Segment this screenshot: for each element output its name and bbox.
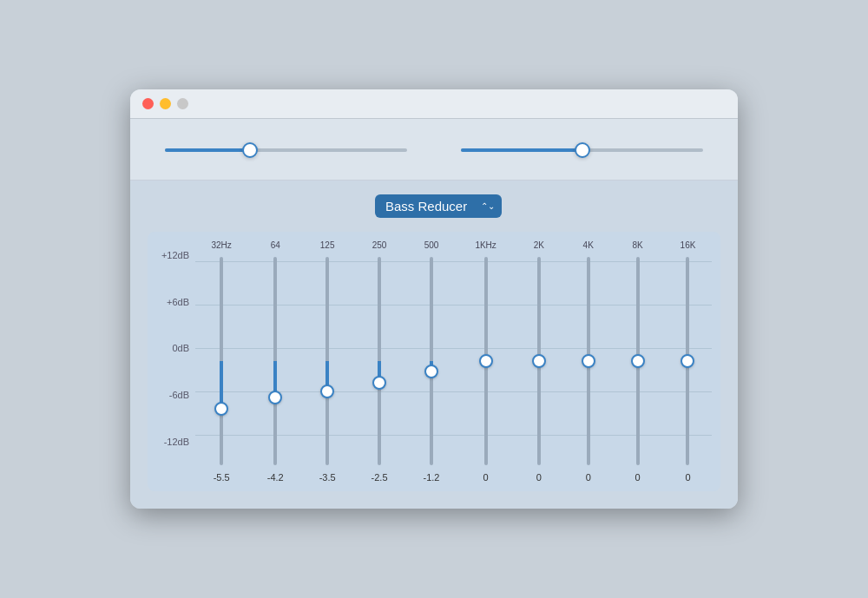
v-slider-0[interactable] [214, 257, 228, 465]
freq-label-4: 500 [424, 240, 439, 250]
freq-label-5: 1KHz [475, 240, 496, 250]
minimize-button[interactable] [160, 98, 171, 109]
v-slider-4[interactable] [424, 257, 438, 465]
freq-column-16K: 16K0 [681, 240, 696, 483]
eq-preset-wrapper: Bass Reducer Flat Bass Booster Treble Bo… [375, 194, 502, 218]
v-slider-9[interactable] [681, 257, 694, 465]
window-controls [142, 98, 188, 109]
freq-label-6: 2K [534, 240, 544, 250]
freq-label-7: 4K [583, 240, 594, 250]
eq-header: Bass Reducer Flat Bass Booster Treble Bo… [148, 194, 720, 218]
v-track-7 [587, 257, 590, 465]
freq-label-9: 16K [681, 240, 696, 250]
main-window: Bass Reducer Flat Bass Booster Treble Bo… [130, 89, 738, 509]
eq-grid: 32Hz-5.564-4.2125-3.5250-2.5500-1.21KHz0… [195, 240, 712, 483]
top-controls [130, 119, 738, 181]
balance-fill [461, 148, 582, 152]
freq-column-1KHz: 1KHz0 [475, 240, 496, 483]
eq-section: Bass Reducer Flat Bass Booster Treble Bo… [130, 181, 738, 509]
freq-column-250: 250-2.5 [372, 240, 388, 483]
freq-value-5: 0 [483, 472, 489, 483]
eq-preset-select[interactable]: Bass Reducer Flat Bass Booster Treble Bo… [375, 194, 502, 218]
freq-column-32Hz: 32Hz-5.5 [211, 240, 231, 483]
v-thumb-7[interactable] [582, 354, 595, 368]
master-volume-thumb[interactable] [242, 142, 258, 158]
db-labels: +12dB +6dB 0dB -6dB -12dB [156, 232, 189, 465]
v-track-2 [326, 257, 329, 465]
freq-column-2K: 2K0 [532, 240, 546, 483]
freq-value-2: -3.5 [319, 472, 336, 483]
db-label-0: 0dB [156, 343, 189, 353]
freq-label-3: 250 [372, 240, 387, 250]
freq-value-3: -2.5 [372, 472, 388, 483]
v-track-0 [220, 257, 223, 465]
v-thumb-9[interactable] [681, 354, 694, 368]
v-thumb-5[interactable] [479, 354, 493, 368]
freq-value-0: -5.5 [214, 472, 230, 483]
master-volume-fill [165, 148, 250, 152]
maximize-button[interactable] [177, 98, 188, 109]
db-label-minus12: -12dB [156, 437, 189, 447]
v-thumb-6[interactable] [532, 354, 546, 368]
freq-value-9: 0 [685, 472, 690, 483]
v-track-8 [636, 257, 640, 465]
balance-slider[interactable] [461, 141, 703, 159]
freq-column-125: 125-3.5 [319, 240, 336, 483]
freq-sliders: 32Hz-5.564-4.2125-3.5250-2.5500-1.21KHz0… [195, 240, 712, 483]
db-label-plus12: +12dB [156, 250, 189, 260]
v-slider-3[interactable] [372, 257, 386, 465]
freq-value-4: -1.2 [423, 472, 439, 483]
freq-column-64: 64-4.2 [267, 240, 284, 483]
freq-value-1: -4.2 [267, 472, 284, 483]
v-slider-2[interactable] [320, 257, 334, 465]
freq-column-8K: 8K0 [631, 240, 645, 483]
close-button[interactable] [142, 98, 154, 109]
v-thumb-2[interactable] [320, 384, 334, 398]
master-volume-group [165, 133, 407, 164]
freq-label-2: 125 [320, 240, 335, 250]
balance-group [461, 133, 703, 164]
v-slider-6[interactable] [532, 257, 546, 465]
master-volume-track [165, 148, 407, 152]
v-slider-7[interactable] [582, 257, 595, 465]
freq-value-7: 0 [586, 472, 591, 483]
v-slider-5[interactable] [479, 257, 493, 465]
v-track-9 [686, 257, 689, 465]
v-slider-1[interactable] [268, 257, 282, 465]
balance-thumb[interactable] [575, 142, 590, 158]
freq-label-8: 8K [633, 240, 643, 250]
v-thumb-8[interactable] [631, 354, 645, 368]
v-thumb-1[interactable] [268, 391, 282, 404]
v-thumb-0[interactable] [214, 402, 228, 416]
freq-label-0: 32Hz [211, 240, 231, 250]
title-bar [130, 89, 738, 119]
freq-column-4K: 4K0 [582, 240, 595, 483]
v-thumb-3[interactable] [372, 376, 386, 390]
v-thumb-4[interactable] [424, 365, 438, 378]
v-slider-8[interactable] [631, 257, 645, 465]
v-track-4 [430, 257, 433, 465]
freq-label-1: 64 [271, 240, 280, 250]
v-track-1 [273, 257, 277, 465]
eq-chart: +12dB +6dB 0dB -6dB -12dB 32Hz-5. [148, 232, 720, 491]
balance-track [461, 148, 703, 152]
db-label-minus6: -6dB [156, 390, 189, 400]
v-track-6 [537, 257, 541, 465]
v-track-3 [378, 257, 381, 465]
freq-column-500: 500-1.2 [423, 240, 439, 483]
v-track-5 [484, 257, 488, 465]
db-label-plus6: +6dB [156, 297, 189, 307]
freq-value-6: 0 [536, 472, 542, 483]
master-volume-slider[interactable] [165, 141, 407, 159]
freq-value-8: 0 [635, 472, 641, 483]
